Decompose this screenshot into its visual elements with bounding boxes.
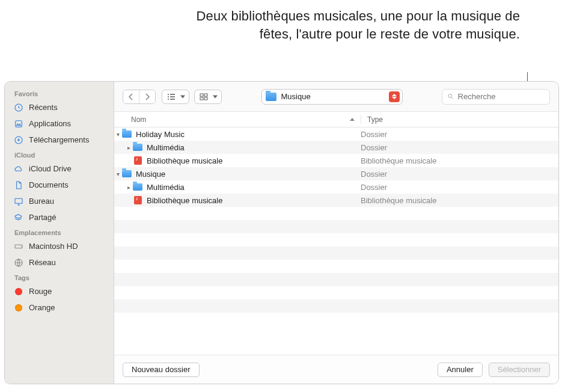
sidebar-item-tag-red[interactable]: Rouge bbox=[5, 283, 114, 299]
sidebar-item-label: Macintosh HD bbox=[29, 242, 78, 251]
library-icon bbox=[132, 156, 143, 165]
sidebar: Favoris Récents Applications Téléchargem… bbox=[5, 82, 114, 384]
library-icon bbox=[132, 196, 143, 204]
sort-asc-icon bbox=[350, 118, 355, 121]
file-name: Multimédia bbox=[143, 183, 185, 192]
sidebar-item-label: Partagé bbox=[29, 213, 56, 222]
sidebar-section-icloud: iCloud bbox=[5, 148, 114, 161]
svg-rect-10 bbox=[204, 97, 207, 100]
sidebar-section-tags: Tags bbox=[5, 271, 114, 283]
column-headers: Nom Type bbox=[114, 112, 558, 127]
search-field[interactable] bbox=[442, 89, 550, 105]
column-type[interactable]: Type bbox=[361, 115, 551, 124]
file-name: Bibliothèque musicale bbox=[143, 196, 222, 205]
cancel-button[interactable]: Annuler bbox=[438, 363, 483, 377]
list-icon bbox=[167, 93, 176, 100]
folder-icon bbox=[132, 183, 143, 191]
folder-icon bbox=[121, 170, 132, 177]
file-type: Dossier bbox=[361, 183, 387, 192]
disclosure-closed-icon[interactable]: ▸ bbox=[125, 184, 132, 191]
select-button[interactable]: Sélectionner bbox=[489, 363, 550, 377]
empty-row bbox=[114, 313, 558, 326]
grid-icon bbox=[200, 93, 208, 100]
doc-icon bbox=[13, 180, 24, 191]
sidebar-item-network[interactable]: Réseau bbox=[5, 254, 114, 271]
search-input[interactable] bbox=[458, 92, 545, 101]
sidebar-item-label: Orange bbox=[29, 303, 55, 312]
file-row[interactable]: ▾ Musique Dossier bbox=[114, 167, 558, 180]
nav-back-button[interactable] bbox=[123, 90, 139, 103]
svg-rect-1 bbox=[16, 120, 22, 127]
file-name: Musique bbox=[132, 170, 165, 179]
svg-rect-8 bbox=[204, 94, 207, 96]
disclosure-closed-icon[interactable]: ▸ bbox=[125, 144, 132, 151]
sidebar-item-tag-orange[interactable]: Orange bbox=[5, 299, 114, 316]
file-row[interactable]: ▾ Holiday Music Dossier bbox=[114, 127, 558, 141]
file-name: Multimédia bbox=[143, 143, 185, 152]
view-list-popup[interactable] bbox=[162, 90, 189, 104]
updown-caret-icon bbox=[389, 91, 400, 102]
file-row[interactable]: Bibliothèque musicale Bibliothèque music… bbox=[114, 154, 558, 167]
file-row[interactable]: ▸ Multimédia Dossier bbox=[114, 180, 558, 194]
footer: Nouveau dossier Annuler Sélectionner bbox=[114, 355, 558, 384]
file-row[interactable]: Bibliothèque musicale Bibliothèque music… bbox=[114, 194, 558, 207]
download-icon bbox=[13, 135, 24, 145]
file-type: Bibliothèque musicale bbox=[361, 196, 436, 205]
sidebar-item-icloud-drive[interactable]: iCloud Drive bbox=[5, 161, 114, 177]
empty-row bbox=[114, 299, 558, 313]
shared-icon bbox=[13, 212, 24, 223]
empty-row bbox=[114, 220, 558, 233]
file-row[interactable]: ▸ Multimédia Dossier bbox=[114, 141, 558, 154]
annotation-text: Deux bibliothèques musicales, une pour l… bbox=[195, 7, 520, 43]
empty-row bbox=[114, 233, 558, 247]
svg-rect-3 bbox=[15, 198, 22, 203]
file-type: Bibliothèque musicale bbox=[361, 156, 436, 165]
svg-point-5 bbox=[20, 246, 21, 247]
sidebar-item-label: Bureau bbox=[29, 197, 54, 206]
disclosure-open-icon[interactable]: ▾ bbox=[114, 131, 121, 138]
folder-icon bbox=[121, 130, 132, 138]
svg-point-11 bbox=[448, 94, 452, 98]
globe-icon bbox=[13, 257, 24, 268]
search-icon bbox=[447, 93, 454, 100]
folder-icon bbox=[132, 144, 143, 151]
file-name: Bibliothèque musicale bbox=[143, 156, 222, 165]
disclosure-open-icon[interactable]: ▾ bbox=[114, 171, 121, 177]
sidebar-item-label: Documents bbox=[29, 180, 69, 189]
sidebar-item-recents[interactable]: Récents bbox=[5, 99, 114, 115]
sidebar-item-downloads[interactable]: Téléchargements bbox=[5, 132, 114, 148]
file-type: Dossier bbox=[361, 143, 387, 152]
empty-row bbox=[114, 207, 558, 220]
nav-back-forward bbox=[123, 90, 156, 104]
empty-row bbox=[114, 286, 558, 299]
sidebar-item-label: Rouge bbox=[29, 287, 52, 296]
nav-forward-button[interactable] bbox=[139, 90, 155, 103]
sidebar-item-label: Applications bbox=[29, 119, 71, 128]
sidebar-item-shared[interactable]: Partagé bbox=[5, 209, 114, 225]
location-popup[interactable]: Musique bbox=[261, 89, 403, 105]
empty-row bbox=[114, 247, 558, 260]
toolbar: Musique bbox=[114, 82, 558, 112]
sidebar-item-desktop[interactable]: Bureau bbox=[5, 193, 114, 209]
empty-row bbox=[114, 260, 558, 273]
main-panel: Musique Nom Type ▾ bbox=[114, 82, 558, 384]
disk-icon bbox=[13, 241, 24, 252]
empty-row bbox=[114, 273, 558, 286]
view-group-popup[interactable] bbox=[194, 90, 222, 104]
sidebar-item-documents[interactable]: Documents bbox=[5, 177, 114, 193]
finder-window: Favoris Récents Applications Téléchargem… bbox=[4, 81, 559, 384]
column-name-label: Nom bbox=[131, 115, 146, 124]
sidebar-item-label: Récents bbox=[29, 103, 58, 112]
new-folder-button[interactable]: Nouveau dossier bbox=[123, 363, 200, 377]
location-label: Musique bbox=[281, 92, 311, 101]
app-icon bbox=[13, 118, 24, 129]
tag-red-icon bbox=[13, 286, 24, 297]
sidebar-item-label: Téléchargements bbox=[29, 135, 89, 144]
folder-icon bbox=[266, 93, 276, 101]
file-list: ▾ Holiday Music Dossier ▸ Multimédia Dos… bbox=[114, 127, 558, 355]
column-name[interactable]: Nom bbox=[131, 115, 361, 124]
sidebar-item-applications[interactable]: Applications bbox=[5, 115, 114, 132]
sidebar-item-label: iCloud Drive bbox=[29, 164, 72, 173]
sidebar-item-macintosh-hd[interactable]: Macintosh HD bbox=[5, 238, 114, 254]
sidebar-item-label: Réseau bbox=[29, 258, 56, 267]
